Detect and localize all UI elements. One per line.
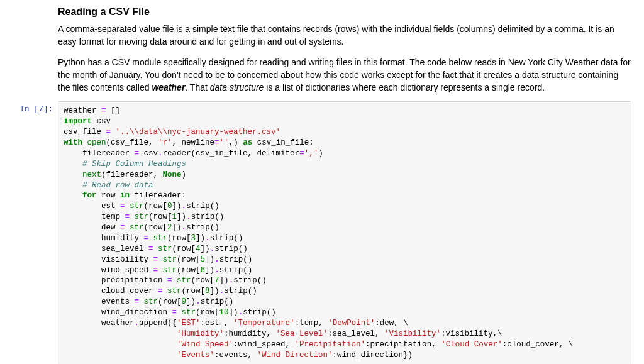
paragraph-2-text-c: is a list of dictionaries where each dic…: [264, 82, 545, 92]
notebook-page: Reading a CSV File A comma-separated val…: [0, 0, 644, 364]
paragraph-2: Python has a CSV module specifically des…: [58, 56, 631, 94]
paragraph-2-text-b: . That: [185, 82, 209, 92]
paragraph-1: A comma-separated value file is a simple…: [58, 23, 631, 48]
code-input-area[interactable]: weather = [] import csv csv_file = '..\\…: [58, 101, 631, 364]
code-cell: In [7]: weather = [] import csv csv_file…: [0, 101, 631, 364]
section-heading: Reading a CSV File: [58, 6, 631, 18]
paragraph-2-em: data structure: [210, 82, 264, 92]
paragraph-2-bold: weather: [152, 82, 185, 92]
markdown-cell: Reading a CSV File A comma-separated val…: [58, 6, 631, 94]
code-content: weather = [] import csv csv_file = '..\\…: [64, 106, 626, 360]
input-prompt: In [7]:: [0, 101, 58, 114]
